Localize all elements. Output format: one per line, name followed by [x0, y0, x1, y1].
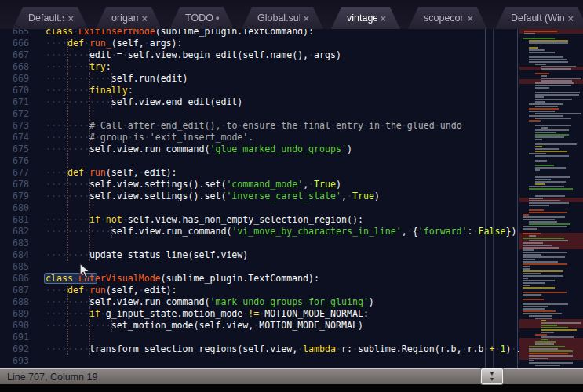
- code-editor[interactable]: 6656666676686696706716726736746756766776…: [0, 29, 583, 368]
- indent-guide-line: [89, 332, 90, 343]
- code-line[interactable]: ············self.run(edit): [46, 73, 522, 85]
- indent-guide-line: [89, 108, 90, 120]
- minimap-code-bar: [529, 52, 555, 53]
- tab-global-sublime[interactable]: Global.sublime×: [242, 7, 323, 29]
- indent-guide-line: [89, 238, 90, 249]
- minimap-code-bar: [535, 176, 570, 178]
- line-number: 671: [0, 96, 29, 108]
- minimap-code-bar: [535, 136, 564, 138]
- code-line[interactable]: ············self.view.end_edit(edit): [46, 96, 522, 108]
- line-number: 682: [0, 226, 29, 238]
- code-line[interactable]: ········if·g_input_state.motion_mode·!=·…: [46, 308, 522, 320]
- tab-default-windo[interactable]: Default (Windo×: [495, 7, 583, 29]
- tab-close-icon[interactable]: ×: [67, 13, 74, 24]
- tab-close-icon[interactable]: ×: [380, 13, 386, 24]
- tab-todo-txt[interactable]: TODO.txt●: [169, 7, 234, 29]
- tab-scopecommand[interactable]: scopecommand×: [408, 7, 487, 29]
- code-line[interactable]: [46, 238, 522, 249]
- minimap-code-bar: [535, 132, 556, 133]
- minimap-code-bar: [541, 336, 574, 338]
- tab-label: vintage.py: [347, 13, 377, 24]
- code-line[interactable]: [46, 261, 522, 273]
- minimap-code-bar: [523, 261, 558, 263]
- minimap-code-bar: [523, 287, 555, 289]
- minimap-code-bar: [529, 362, 573, 364]
- scrollbar-stepper-button[interactable]: ▼▼: [481, 368, 503, 384]
- tab-close-icon[interactable]: ×: [567, 13, 574, 24]
- code-line[interactable]: ········#·group·is·'exit_insert_mode'.: [46, 132, 522, 143]
- minimap-code-bar: [529, 235, 536, 237]
- indent-guide-line: [89, 202, 90, 214]
- minimap-code-bar: [529, 346, 565, 347]
- minimap-code-bar: [523, 306, 548, 307]
- minimap-code-bar: [535, 94, 579, 96]
- line-number: 686: [0, 273, 29, 285]
- minimap-code-bar: [523, 292, 567, 293]
- minimap-code-bar: [529, 355, 573, 357]
- tab-close-icon[interactable]: ×: [467, 13, 473, 24]
- minimap-code-bar: [523, 38, 555, 39]
- line-number: 681: [0, 214, 29, 226]
- code-line[interactable]: ········finally:: [46, 85, 522, 96]
- code-line[interactable]: [46, 108, 522, 120]
- minimap-code-bar: [523, 294, 541, 296]
- code-line[interactable]: ············self.view.run_command('vi_mo…: [46, 226, 522, 238]
- minimap-code-bar: [535, 343, 554, 345]
- minimap-code-bar: [529, 103, 563, 105]
- minimap-code-bar: [535, 195, 565, 197]
- minimap-code-bar: [529, 360, 534, 361]
- minimap-code-bar: [541, 68, 571, 70]
- line-number: 678: [0, 179, 29, 191]
- code-line[interactable]: ········self.view.settings().set('invers…: [46, 191, 522, 202]
- tab-default-sublim[interactable]: Default.sublim×: [13, 7, 88, 29]
- minimap-code-bar: [523, 214, 529, 216]
- minimap-code-bar: [529, 205, 549, 206]
- tab-close-icon[interactable]: ×: [303, 13, 309, 24]
- code-line[interactable]: [46, 332, 522, 343]
- code-line[interactable]: ····def·run(self,·edit):: [46, 285, 522, 296]
- minimap-code-bar: [535, 155, 569, 157]
- minimap-code-bar: [541, 325, 557, 326]
- minimap-code-bar: [529, 212, 567, 213]
- minimap-code-bar: [535, 87, 549, 89]
- code-line[interactable]: ········edit·=·self.view.begin_edit(self…: [46, 49, 522, 61]
- tab-label: scopecommand: [424, 13, 464, 24]
- minimap-code-bar: [541, 329, 577, 331]
- minimap-code-bar: [523, 259, 535, 260]
- minimap-code-bar: [523, 245, 552, 246]
- code-line[interactable]: [46, 202, 522, 214]
- tab-vintage-py[interactable]: vintage.py×: [331, 7, 400, 29]
- code-line[interactable]: ········self.view.run_command('glue_mark…: [46, 143, 522, 155]
- minimap-code-bar: [541, 322, 581, 324]
- minimap-code-bar: [535, 64, 546, 65]
- line-number: 691: [0, 332, 29, 343]
- code-line[interactable]: ········if·not·self.view.has_non_empty_s…: [46, 214, 522, 226]
- code-line[interactable]: ········update_status_line(self.view): [46, 249, 522, 261]
- minimap-code-bar: [535, 129, 569, 131]
- code-line[interactable]: ············set_motion_mode(self.view,·M…: [46, 320, 522, 332]
- minimap[interactable]: [519, 29, 583, 368]
- code-line[interactable]: ········self.view.settings().set('comman…: [46, 179, 522, 191]
- code-line[interactable]: ····def·run(self,·edit):: [46, 167, 522, 179]
- minimap-code-bar: [523, 238, 564, 239]
- minimap-code-bar: [535, 96, 544, 98]
- line-number: 665: [0, 29, 29, 38]
- code-line[interactable]: ········self.view.run_command('mark_undo…: [46, 296, 522, 308]
- minimap-code-bar: [535, 334, 547, 336]
- minimap-code-bar: [523, 278, 528, 279]
- code-line[interactable]: [46, 155, 522, 167]
- code-line[interactable]: class·ExitInsertMode(sublime_plugin.Text…: [46, 29, 522, 38]
- minimap-code-bar: [535, 134, 569, 136]
- code-line[interactable]: [46, 355, 522, 367]
- minimap-code-bar: [535, 151, 567, 152]
- line-number: 689: [0, 308, 29, 320]
- dirty-dot-icon: ●: [216, 15, 220, 22]
- code-line[interactable]: ········#·Call·after·end_edit(),·to·ensu…: [46, 120, 522, 132]
- code-line[interactable]: class·EnterVisualMode(sublime_plugin.Tex…: [46, 273, 522, 285]
- tab-origami-py[interactable]: origami.py×: [96, 7, 162, 29]
- code-line[interactable]: ········transform_selection_regions(self…: [46, 343, 522, 355]
- code-line[interactable]: ········try:: [46, 61, 522, 73]
- tab-close-icon[interactable]: ×: [141, 13, 148, 24]
- line-number: 673: [0, 120, 29, 132]
- code-line[interactable]: ····def·run_(self,·args):: [46, 38, 522, 49]
